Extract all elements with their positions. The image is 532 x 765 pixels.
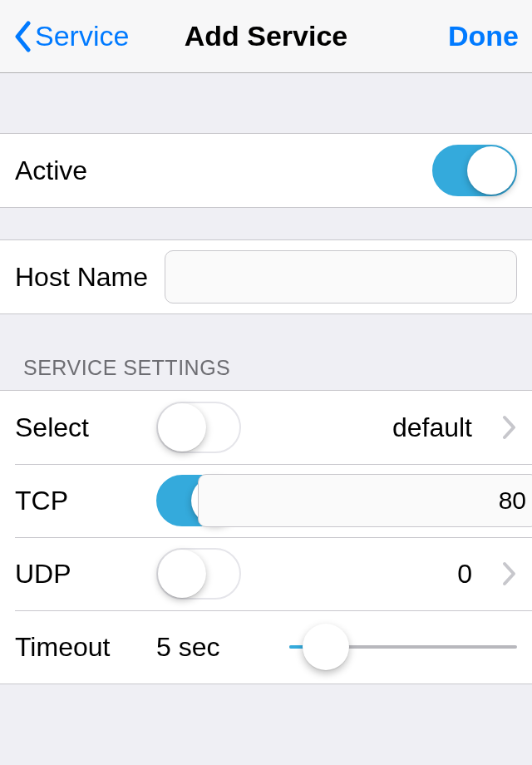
- tcp-row[interactable]: TCP: [0, 464, 532, 537]
- chevron-right-icon: [484, 415, 517, 440]
- udp-label: UDP: [15, 559, 156, 590]
- timeout-value: 5 sec: [156, 632, 273, 663]
- select-value: default: [392, 412, 472, 443]
- tcp-port-input[interactable]: [198, 474, 532, 527]
- back-button[interactable]: Service: [13, 20, 129, 52]
- section-header: SERVICE SETTINGS: [0, 314, 532, 390]
- select-label: Select: [15, 412, 156, 443]
- udp-value: 0: [457, 559, 472, 590]
- select-switch[interactable]: [156, 402, 241, 453]
- active-label: Active: [15, 155, 87, 186]
- back-label: Service: [35, 20, 129, 52]
- timeout-row: Timeout 5 sec: [0, 610, 532, 684]
- done-button[interactable]: Done: [448, 20, 519, 52]
- active-switch[interactable]: [432, 145, 517, 196]
- hostname-input[interactable]: [165, 250, 517, 304]
- page-title: Add Service: [185, 20, 348, 52]
- timeout-label: Timeout: [15, 632, 156, 663]
- udp-switch[interactable]: [156, 548, 241, 600]
- udp-row[interactable]: UDP 0: [0, 537, 532, 610]
- active-group: Active: [0, 133, 532, 208]
- timeout-slider[interactable]: [289, 645, 517, 649]
- active-row: Active: [0, 134, 532, 207]
- tcp-label: TCP: [15, 486, 156, 516]
- service-settings-group: Select default TCP UDP 0: [0, 390, 532, 684]
- select-row[interactable]: Select default: [0, 391, 532, 464]
- hostname-group: Host Name: [0, 239, 532, 314]
- chevron-left-icon: [13, 21, 32, 52]
- chevron-right-icon: [484, 561, 517, 586]
- hostname-row: Host Name: [0, 240, 532, 313]
- hostname-label: Host Name: [15, 262, 148, 293]
- navbar: Service Add Service Done: [0, 0, 532, 73]
